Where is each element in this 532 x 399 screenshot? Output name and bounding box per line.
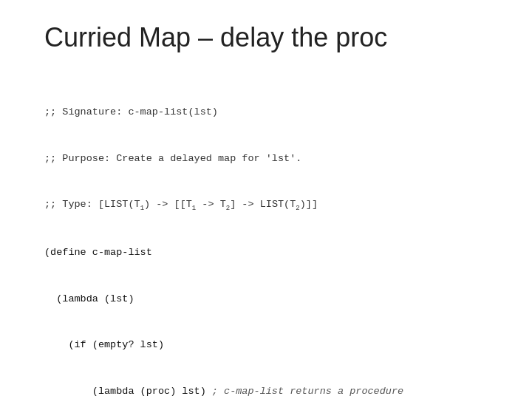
code-comment-1: ;; Signature: c-map-list(lst) — [44, 105, 488, 120]
code-block: ;; Signature: c-map-list(lst) ;; Purpose… — [44, 74, 488, 399]
code-inline-comment-1: ; c-map-list returns a procedure — [206, 386, 403, 397]
code-line-5: (lambda (lst) — [44, 292, 488, 307]
code-comment-3: ;; Type: [LIST(T1) -> [[T1 -> T2] -> LIS… — [44, 197, 488, 214]
slide-container: Curried Map – delay the proc ;; Signatur… — [0, 0, 532, 399]
code-line-4: (define c-map-list — [44, 245, 488, 261]
code-line-7: (lambda (proc) lst) ; c-map-list returns… — [44, 384, 488, 399]
slide-title: Curried Map – delay the proc — [44, 22, 488, 53]
code-comment-2: ;; Purpose: Create a delayed map for 'ls… — [44, 151, 488, 167]
code-line-6: (if (empty? lst) — [44, 338, 488, 353]
